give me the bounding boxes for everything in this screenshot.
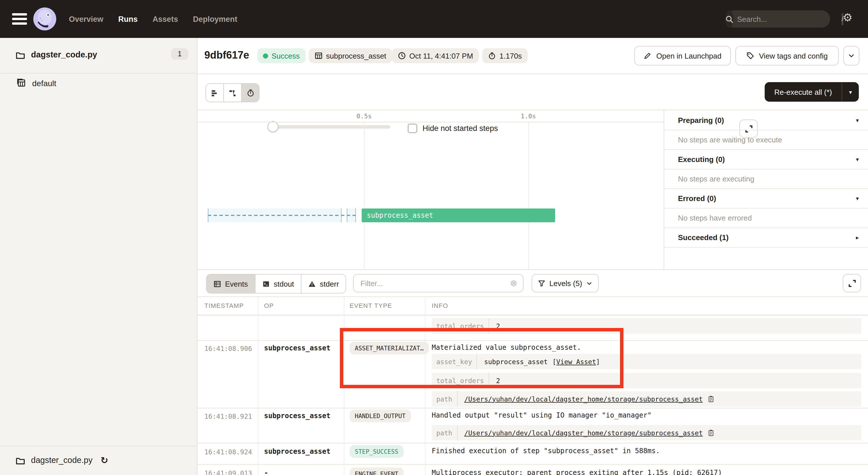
step-status-panel: Preparing (0)▾ No steps are waiting to e… [664, 110, 868, 270]
row-divider [197, 464, 868, 465]
duration-tag: 1.170s [482, 48, 528, 63]
kv-path: path /Users/yuhan/dev/local/dagster_home… [432, 391, 861, 407]
chevron-down-icon [586, 280, 592, 286]
status-dot-icon [263, 53, 268, 58]
folder-icon [16, 51, 25, 60]
top-navbar: Overview Runs Assets Deployment / ⚙ [0, 0, 868, 38]
log-filter-input[interactable] [360, 278, 510, 288]
tab-stdout[interactable]: stdout [255, 274, 302, 293]
tick-1-0s: 1.0s [521, 113, 536, 120]
screenshot-viewport: Overview Runs Assets Deployment / ⚙ dags… [0, 0, 868, 475]
status-badge: Success [257, 48, 305, 63]
kv-total-orders: total_orders 2 [432, 318, 861, 334]
search-input[interactable] [734, 14, 842, 23]
col-event-type: EVENT TYPE [350, 302, 392, 309]
reload-repo-icon[interactable]: ↻ [100, 455, 108, 466]
log-table-header: TIMESTAMP OP EVENT TYPE INFO [197, 297, 868, 315]
events-toolbar: Events stdout stderr [197, 270, 868, 297]
column-divider [425, 297, 425, 475]
panel-body-preparing: No steps are waiting to execute [664, 130, 868, 150]
view-tags-config-button[interactable]: View tags and config [735, 46, 839, 65]
col-timestamp: TIMESTAMP [205, 302, 244, 309]
octopus-logo-icon [33, 7, 56, 30]
search-icon [725, 10, 734, 28]
gear-icon[interactable]: ⚙ [843, 12, 852, 23]
panel-section-executing[interactable]: Executing (0)▾ [664, 150, 868, 170]
row-timestamp: 16:41:08.924 [205, 448, 252, 456]
copy-icon[interactable] [707, 429, 715, 437]
chevron-down-icon [848, 52, 855, 59]
tag-icon [746, 52, 754, 60]
sidebar-item-repo[interactable]: dagster_code.py 1 [0, 38, 197, 73]
nav-runs[interactable]: Runs [118, 14, 138, 23]
row-op: - [264, 469, 268, 475]
nav-overview[interactable]: Overview [69, 14, 103, 23]
nav-deployment[interactable]: Deployment [193, 14, 237, 23]
caret-right-icon: ▸ [856, 234, 859, 241]
reexecute-dropdown-caret[interactable]: ▾ [842, 82, 859, 102]
asset-tag[interactable]: subprocess_asset [309, 48, 392, 63]
clear-filter-icon[interactable]: ⊗ [510, 279, 517, 288]
footer-repo-name: dagster_code.py [31, 455, 92, 465]
panel-section-succeeded[interactable]: Succeeded (1)▸ [664, 228, 868, 247]
hamburger-menu-icon[interactable] [12, 13, 27, 25]
job-name: default [32, 79, 56, 88]
funnel-icon [538, 279, 546, 287]
open-in-launchpad-button[interactable]: Open in Launchpad [634, 46, 731, 65]
row-op: subprocess_asset [264, 412, 330, 420]
row-timestamp: 16:41:09.013 [205, 469, 252, 475]
kv-path: path /Users/yuhan/dev/local/dagster_home… [432, 425, 861, 441]
row-message: Multiprocess executor: parent process ex… [432, 469, 722, 475]
nav-assets[interactable]: Assets [153, 14, 178, 23]
table-rows-icon [214, 280, 221, 288]
gantt-view-mode-group [206, 83, 259, 102]
panel-body-executing: No steps are executing [664, 170, 868, 189]
log-filter-inputbox: ⊗ [353, 274, 524, 292]
panel-section-errored[interactable]: Errored (0)▾ [664, 189, 868, 208]
view-mode-waterfall-button[interactable] [224, 84, 242, 102]
column-divider [344, 297, 344, 475]
levels-filter-button[interactable]: Levels (5) [532, 274, 599, 292]
view-mode-timed-button[interactable] [242, 84, 259, 102]
run-actions-chevron-button[interactable] [843, 46, 859, 65]
repo-name: dagster_code.py [31, 50, 97, 59]
expand-icon [848, 279, 856, 288]
row-timestamp: 16:41:08.906 [205, 345, 252, 353]
event-type-badge: ENGINE_EVENT [350, 468, 404, 475]
caret-down-icon: ▾ [856, 117, 859, 123]
path-link[interactable]: /Users/yuhan/dev/local/dagster_home/stor… [464, 395, 703, 403]
gantt-timeline: 0.5s 1.0s [197, 110, 663, 122]
waterfall-icon [228, 89, 237, 97]
gantt-bar-subprocess-asset[interactable]: subprocess_asset [362, 208, 555, 222]
panel-section-preparing[interactable]: Preparing (0)▾ [664, 111, 868, 130]
row-message: Materialized value subprocess_asset. [432, 344, 581, 352]
logs-fullscreen-button[interactable] [843, 274, 861, 292]
job-grid-icon [17, 78, 26, 87]
event-type-badge-success: STEP_SUCCESS [350, 445, 404, 458]
col-op: OP [264, 302, 274, 309]
gridline-0-5s [364, 122, 365, 270]
tab-events[interactable]: Events [207, 274, 255, 293]
run-header: 9dbf617e Success subprocess_asset Oct 11… [197, 38, 868, 74]
tab-stderr[interactable]: stderr [301, 274, 346, 293]
reexecute-all-button[interactable]: Re-execute all (*) ▾ [765, 82, 859, 102]
row-divider [197, 443, 868, 443]
gantt-chart: 0.5s 1.0s subprocess_asset [197, 110, 868, 270]
caret-down-icon: ▾ [856, 156, 859, 162]
view-mode-flat-button[interactable] [206, 84, 224, 102]
path-link[interactable]: /Users/yuhan/dev/local/dagster_home/stor… [464, 429, 703, 437]
primary-nav: Overview Runs Assets Deployment [69, 0, 237, 38]
flat-list-icon [211, 89, 219, 97]
table-icon [315, 52, 322, 60]
row-timestamp: 16:41:08.921 [205, 412, 252, 420]
waiting-dashed-line [208, 215, 356, 216]
log-view-tabs: Events stdout stderr [206, 274, 346, 294]
global-search[interactable]: / [725, 10, 830, 28]
terminal-icon [262, 280, 270, 288]
dagster-logo[interactable] [33, 7, 56, 30]
copy-icon[interactable] [707, 395, 715, 403]
warning-triangle-icon [308, 280, 316, 288]
left-sidebar: dagster_code.py 1 default dagster_code.p… [0, 38, 197, 475]
view-asset-link[interactable]: View Asset [556, 358, 596, 365]
sidebar-item-job-default[interactable]: default [0, 73, 197, 95]
